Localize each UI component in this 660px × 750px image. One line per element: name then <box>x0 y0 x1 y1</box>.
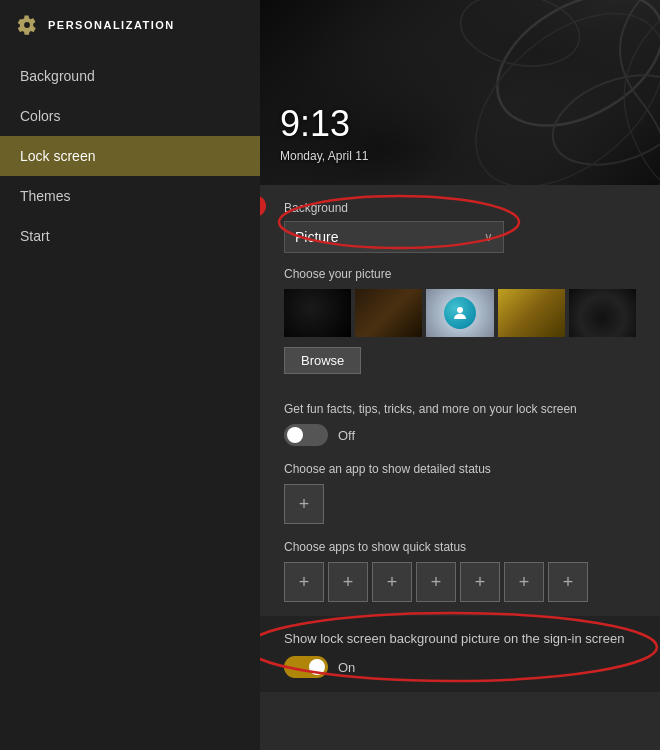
sign-in-toggle[interactable] <box>284 656 328 678</box>
sidebar-header: PERSONALIZATION <box>0 0 260 50</box>
fun-facts-toggle[interactable] <box>284 424 328 446</box>
thumb-3[interactable] <box>426 289 493 337</box>
choose-picture-label: Choose your picture <box>284 267 636 281</box>
sidebar-item-themes[interactable]: Themes <box>0 176 260 216</box>
detailed-status-boxes: + <box>284 484 636 524</box>
thumb-1[interactable] <box>284 289 351 337</box>
detailed-status-add-button[interactable]: + <box>284 484 324 524</box>
thumb-3-icon <box>444 297 476 329</box>
settings-area: 1 Background Picture ∨ Choose your pictu… <box>260 185 660 712</box>
sidebar-item-colors[interactable]: Colors <box>0 96 260 136</box>
sidebar-item-lock-screen[interactable]: Lock screen <box>0 136 260 176</box>
quick-status-add-7[interactable]: + <box>548 562 588 602</box>
gear-icon <box>16 14 38 36</box>
sidebar-item-background[interactable]: Background <box>0 56 260 96</box>
quick-status-add-2[interactable]: + <box>328 562 368 602</box>
picture-thumbnails <box>284 289 636 337</box>
quick-status-add-6[interactable]: + <box>504 562 544 602</box>
lock-time: 9:13 <box>280 103 350 145</box>
main-content: 9:13 Monday, April 11 1 Background Pictu… <box>260 0 660 750</box>
sidebar-item-start[interactable]: Start <box>0 216 260 256</box>
svg-point-1 <box>541 58 660 181</box>
thumb-5[interactable] <box>569 289 636 337</box>
chevron-down-icon: ∨ <box>484 230 493 244</box>
sidebar: PERSONALIZATION Background Colors Lock s… <box>0 0 260 750</box>
lock-preview: 9:13 Monday, April 11 <box>260 0 660 185</box>
detailed-status-label: Choose an app to show detailed status <box>284 462 636 476</box>
quick-status-label: Choose apps to show quick status <box>284 540 636 554</box>
quick-status-add-1[interactable]: + <box>284 562 324 602</box>
thumb-4[interactable] <box>498 289 565 337</box>
dropdown-value: Picture <box>295 229 339 245</box>
fun-facts-toggle-label: Off <box>338 428 355 443</box>
lock-date: Monday, April 11 <box>280 149 369 163</box>
quick-status-add-4[interactable]: + <box>416 562 456 602</box>
sign-in-toggle-knob <box>309 659 325 675</box>
background-dropdown[interactable]: Picture ∨ <box>284 221 504 253</box>
sign-in-label: Show lock screen background picture on t… <box>284 630 636 648</box>
quick-status-boxes: + + + + + + + <box>284 562 636 602</box>
browse-button[interactable]: Browse <box>284 347 361 374</box>
background-section: Background Picture ∨ <box>284 201 636 253</box>
thumb-2[interactable] <box>355 289 422 337</box>
fun-facts-toggle-row: Off <box>284 424 636 446</box>
fun-facts-label: Get fun facts, tips, tricks, and more on… <box>284 402 636 416</box>
svg-point-5 <box>457 307 463 313</box>
sign-in-toggle-row: On <box>284 656 636 678</box>
sidebar-title: PERSONALIZATION <box>48 19 175 31</box>
toggle-knob <box>287 427 303 443</box>
sign-in-toggle-label: On <box>338 660 355 675</box>
sign-in-section: 2 Show lock screen background picture on… <box>260 616 660 692</box>
sidebar-nav: Background Colors Lock screen Themes Sta… <box>0 56 260 256</box>
quick-status-add-5[interactable]: + <box>460 562 500 602</box>
background-label: Background <box>284 201 636 215</box>
quick-status-add-3[interactable]: + <box>372 562 412 602</box>
